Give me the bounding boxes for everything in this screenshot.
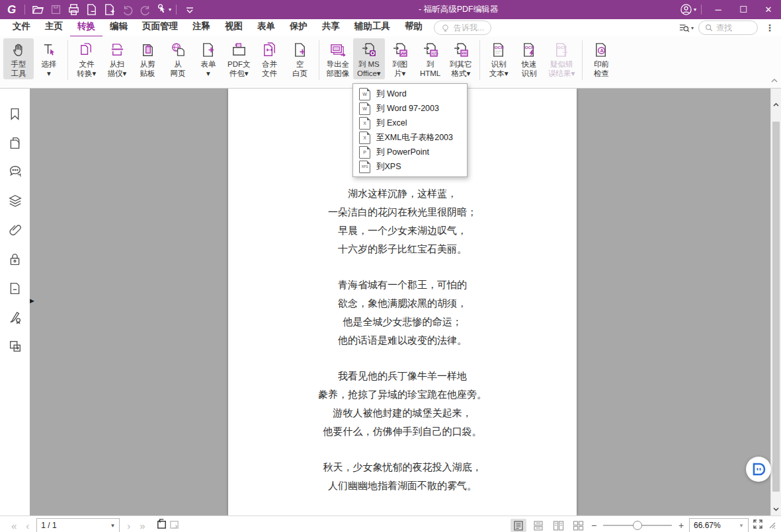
menu-item-to-xps[interactable]: XPS 到XPS bbox=[353, 159, 467, 174]
next-page-icon[interactable]: › bbox=[122, 521, 135, 531]
first-page-icon[interactable]: « bbox=[7, 521, 21, 531]
file-convert-button[interactable]: 文件 转换▾ bbox=[71, 38, 102, 79]
security-panel-icon[interactable] bbox=[8, 252, 22, 266]
scroll-down-icon[interactable] bbox=[771, 504, 781, 514]
to-ms-office-button[interactable]: 到 MS Office▾ W 到 Word W 到 Word 97-2003 X… bbox=[353, 38, 385, 79]
menu-item-to-excel[interactable]: X 到 Excel bbox=[353, 116, 467, 130]
save-icon[interactable] bbox=[47, 1, 65, 19]
tell-me-input[interactable]: 告诉我... bbox=[434, 20, 491, 35]
attachments-panel-icon[interactable] bbox=[8, 223, 22, 237]
next-view-icon[interactable] bbox=[168, 518, 181, 532]
bookmarks-panel-icon[interactable] bbox=[8, 106, 22, 121]
close-button[interactable]: ✕ bbox=[756, 0, 781, 19]
zoom-out-icon[interactable]: − bbox=[590, 520, 598, 531]
undo-icon[interactable] bbox=[118, 1, 136, 19]
last-page-icon[interactable]: » bbox=[135, 521, 149, 531]
ribbon-separator bbox=[479, 40, 480, 80]
tab-file[interactable]: 文件 bbox=[5, 19, 38, 37]
ribbon-button-label: 文件 bbox=[79, 59, 95, 69]
layers-panel-icon[interactable] bbox=[8, 194, 22, 208]
customize-quick-access-icon[interactable] bbox=[181, 1, 198, 19]
poem-line: 秋天，少女象忧郁的夜花投入湖底， bbox=[228, 458, 577, 476]
tab-home[interactable]: 主页 bbox=[38, 19, 70, 37]
to-image-button[interactable]: 到图 片▾ bbox=[385, 38, 415, 79]
single-page-view-icon[interactable] bbox=[511, 519, 526, 532]
tab-comment[interactable]: 注释 bbox=[185, 19, 218, 37]
from-clipboard-button[interactable]: 从剪 贴板 bbox=[132, 38, 163, 79]
fullscreen-icon[interactable] bbox=[753, 519, 763, 532]
collapse-ribbon-icon[interactable] bbox=[770, 75, 778, 87]
more-options-icon[interactable]: ⋮ bbox=[762, 22, 777, 33]
combine-files-icon bbox=[261, 40, 278, 59]
zoom-slider-knob[interactable] bbox=[633, 521, 642, 530]
vertical-scrollbar[interactable] bbox=[770, 89, 781, 515]
account-icon[interactable]: ▾ bbox=[679, 1, 697, 19]
from-web-page-button[interactable]: 从 网页 bbox=[163, 38, 193, 79]
tab-organize[interactable]: 页面管理 bbox=[135, 19, 185, 37]
hand-tool-button[interactable]: 手型 工具 bbox=[3, 38, 34, 79]
close-document-icon[interactable] bbox=[83, 1, 101, 19]
poem-line: 早晨，一个少女来湖边叹气， bbox=[228, 221, 577, 240]
previous-page-icon[interactable]: ‹ bbox=[21, 521, 34, 531]
export-all-images-button[interactable]: 导出全 部图像 bbox=[323, 38, 354, 79]
tab-share[interactable]: 共享 bbox=[315, 19, 347, 37]
ocr-recognize-text-button[interactable]: OCR 识别 文本▾ bbox=[483, 38, 514, 79]
from-scanner-button[interactable]: 从扫 描仪▾ bbox=[102, 38, 132, 79]
zoom-slider[interactable] bbox=[603, 525, 672, 526]
menu-item-to-powerpoint[interactable]: P 到 PowerPoint bbox=[353, 145, 467, 159]
to-html-button[interactable]: </> 到 HTML bbox=[415, 38, 446, 79]
new-document-icon[interactable] bbox=[101, 1, 118, 19]
tab-view[interactable]: 视图 bbox=[218, 19, 250, 37]
touch-mode-icon[interactable]: ▾ bbox=[154, 1, 172, 19]
zoom-level-combobox[interactable]: 66.67% ▼ bbox=[689, 518, 749, 532]
ai-assistant-button[interactable] bbox=[746, 457, 771, 482]
pages-panel-icon[interactable] bbox=[8, 135, 22, 150]
zoom-in-icon[interactable]: + bbox=[677, 520, 685, 531]
print-icon[interactable] bbox=[65, 1, 83, 19]
tab-protect[interactable]: 保护 bbox=[282, 19, 315, 37]
facing-view-icon[interactable] bbox=[550, 519, 566, 532]
to-other-format-button[interactable]: 到其它 格式▾ bbox=[446, 38, 477, 79]
poem-text: 湖水这样沉静，这样蓝， 一朵洁白的花闪在秋光里很阴暗； 早晨，一个少女来湖边叹气… bbox=[228, 184, 577, 495]
signatures-panel-icon[interactable] bbox=[8, 310, 22, 324]
redo-icon[interactable] bbox=[136, 1, 154, 19]
menu-item-to-word[interactable]: W 到 Word bbox=[353, 87, 467, 101]
tab-convert[interactable]: 转换 bbox=[70, 19, 103, 37]
tab-help[interactable]: 帮助 bbox=[397, 19, 430, 37]
poem-line: 我看见他的兵丁像牛羊一样地 bbox=[228, 367, 577, 385]
find-input[interactable]: 查找 bbox=[698, 20, 758, 35]
scrollbar-thumb[interactable] bbox=[772, 122, 780, 492]
minimize-button[interactable]: ─ bbox=[706, 0, 731, 19]
previous-view-icon[interactable] bbox=[155, 518, 168, 532]
tab-accessibility[interactable]: 辅助工具 bbox=[347, 19, 397, 37]
navigation-panel-bar bbox=[0, 89, 30, 515]
preflight-button[interactable]: A 印前 检查 bbox=[586, 38, 616, 79]
fields-panel-icon[interactable] bbox=[8, 281, 22, 295]
expand-panel-handle[interactable]: ▶ bbox=[30, 295, 36, 307]
poem-line: 他的话语是难以改变的法律。 bbox=[228, 331, 577, 350]
menu-bar: 文件 主页 转换 编辑 页面管理 注释 视图 表单 保护 共享 辅助工具 帮助 … bbox=[0, 19, 781, 36]
comments-panel-icon[interactable] bbox=[8, 165, 22, 179]
quick-ocr-button[interactable]: OCR 快速 识别 bbox=[514, 38, 544, 79]
form-button[interactable]: 表单 ▾ bbox=[193, 38, 224, 79]
tab-form[interactable]: 表单 bbox=[250, 19, 282, 37]
blank-page-button[interactable]: 空 白页 bbox=[285, 38, 315, 79]
pdf-portfolio-button[interactable]: PDF文 件包▾ bbox=[224, 38, 255, 79]
menu-item-to-word-97-2003[interactable]: W 到 Word 97-2003 bbox=[353, 101, 467, 116]
open-file-icon[interactable] bbox=[29, 1, 47, 19]
poem-line: 他是全城少女悲惨的命运； bbox=[228, 313, 577, 331]
ribbon-button-label: 从 bbox=[174, 59, 182, 69]
advanced-search-icon[interactable]: ▾ bbox=[678, 23, 694, 33]
svg-text:</>: </> bbox=[431, 51, 438, 56]
combine-files-button[interactable]: 合并 文件 bbox=[255, 38, 285, 79]
scroll-up-icon[interactable] bbox=[771, 99, 781, 110]
resize-grip[interactable] bbox=[767, 519, 776, 531]
tab-edit[interactable]: 编辑 bbox=[103, 19, 135, 37]
cross-reference-panel-icon[interactable] bbox=[8, 339, 22, 354]
menu-item-to-xml-spreadsheet-2003[interactable]: X 至XML电子表格2003 bbox=[353, 130, 467, 145]
continuous-view-icon[interactable] bbox=[530, 519, 546, 532]
maximize-button[interactable]: ☐ bbox=[731, 0, 756, 19]
page-number-combobox[interactable]: 1 / 1 ▼ bbox=[36, 518, 120, 532]
select-tool-button[interactable]: 选择 ▾ bbox=[34, 38, 64, 79]
facing-continuous-view-icon[interactable] bbox=[570, 519, 586, 532]
